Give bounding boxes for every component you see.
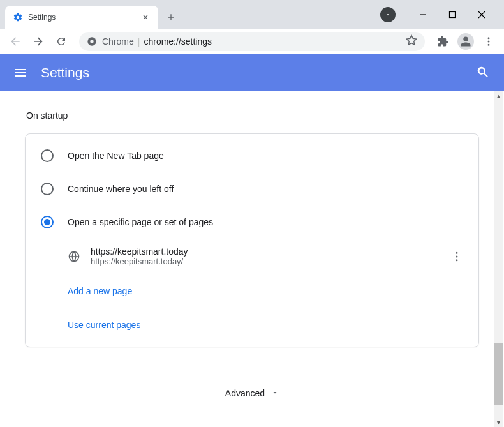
radio-icon[interactable]: [41, 183, 54, 195]
radio-label: Continue where you left off: [68, 184, 174, 194]
svg-point-10: [456, 259, 458, 261]
use-current-pages-link[interactable]: Use current pages: [68, 308, 463, 341]
svg-point-6: [488, 43, 490, 45]
startup-option-specific[interactable]: Open a specific page or set of pages: [26, 206, 478, 239]
scroll-up-icon[interactable]: ▲: [494, 91, 503, 101]
gear-icon: [13, 12, 23, 22]
reload-button[interactable]: [51, 31, 71, 52]
startup-option-newtab[interactable]: Open the New Tab page: [26, 139, 478, 172]
tab-strip: Settings: [0, 0, 380, 29]
radio-icon[interactable]: [41, 149, 54, 162]
svg-rect-1: [450, 11, 456, 17]
settings-header: Settings: [0, 54, 504, 91]
browser-toolbar: Chrome | chrome://settings: [0, 29, 504, 54]
maximize-button[interactable]: [438, 2, 467, 27]
startup-page-row: https://keepitsmart.today https://keepit…: [68, 239, 463, 274]
radio-icon[interactable]: [41, 216, 54, 228]
chevron-down-icon: [271, 388, 279, 398]
scrollbar-thumb[interactable]: [494, 343, 503, 405]
back-button[interactable]: [5, 31, 26, 52]
advanced-label: Advanced: [225, 388, 265, 398]
startup-card: Open the New Tab page Continue where you…: [25, 133, 479, 347]
window-controls: [408, 0, 504, 29]
svg-point-8: [456, 251, 458, 253]
content-area: On startup Open the New Tab page Continu…: [0, 91, 504, 427]
hamburger-menu-icon[interactable]: [13, 65, 28, 80]
scroll-down-icon[interactable]: ▼: [494, 417, 503, 427]
forward-button[interactable]: [28, 31, 48, 52]
page-entry-url: https://keepitsmart.today/: [91, 257, 440, 266]
svg-point-5: [488, 40, 490, 42]
close-window-button[interactable]: [467, 2, 496, 27]
search-icon[interactable]: [476, 65, 491, 80]
browser-titlebar: Settings: [0, 0, 504, 29]
minimize-button[interactable]: [408, 2, 438, 27]
radio-label: Open the New Tab page: [68, 151, 164, 161]
close-icon[interactable]: [140, 12, 151, 22]
tab-title: Settings: [28, 13, 135, 22]
svg-point-4: [488, 37, 490, 39]
svg-point-9: [456, 255, 458, 257]
advanced-toggle[interactable]: Advanced: [25, 373, 479, 414]
url-text: Chrome | chrome://settings: [102, 36, 212, 47]
kebab-menu-icon[interactable]: [478, 31, 499, 52]
radio-label: Open a specific page or set of pages: [68, 217, 213, 227]
address-bar[interactable]: Chrome | chrome://settings: [79, 32, 425, 51]
globe-icon: [68, 250, 80, 263]
dropdown-badge-icon[interactable]: [380, 7, 396, 22]
svg-point-3: [90, 40, 93, 43]
chrome-icon: [87, 36, 97, 47]
more-vert-icon[interactable]: [450, 250, 463, 263]
page-entry-title: https://keepitsmart.today: [91, 246, 440, 257]
browser-tab[interactable]: Settings: [5, 6, 158, 29]
extensions-icon[interactable]: [433, 31, 453, 52]
scrollbar-track[interactable]: ▲ ▼: [494, 91, 503, 427]
add-new-page-link[interactable]: Add a new page: [68, 274, 463, 308]
profile-avatar[interactable]: [456, 31, 476, 52]
page-title: Settings: [41, 65, 476, 80]
new-tab-button[interactable]: [162, 8, 180, 26]
startup-option-continue[interactable]: Continue where you left off: [26, 172, 478, 206]
bookmark-star-icon[interactable]: [406, 34, 417, 49]
section-heading: On startup: [25, 110, 479, 121]
